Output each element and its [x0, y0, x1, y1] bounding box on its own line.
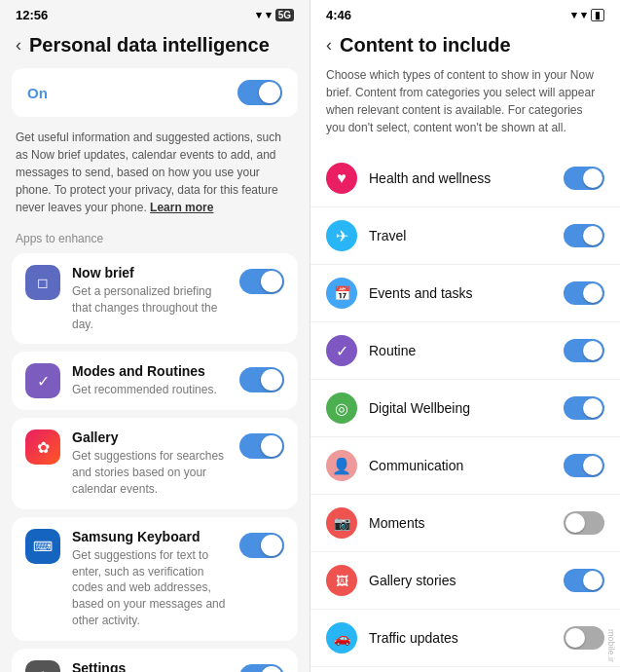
learn-more-link[interactable]: Learn more — [150, 201, 213, 214]
status-icons-right: ▾ ▾ ▮ — [571, 9, 604, 21]
main-toggle[interactable] — [237, 80, 282, 105]
app-item-keyboard: ⌨ Samsung Keyboard Get suggestions for t… — [12, 517, 298, 641]
right-panel: 4:46 ▾ ▾ ▮ ‹ Content to include Choose w… — [310, 0, 620, 672]
comm-toggle[interactable] — [564, 454, 604, 477]
right-page-title: Content to include — [340, 34, 511, 56]
now-brief-icon: ◻ — [25, 265, 60, 300]
wifi-icon-right: ▾ — [571, 9, 577, 21]
gallery-name: Gallery — [72, 429, 228, 445]
digital-icon: ◎ — [326, 392, 357, 424]
gallery-info: Gallery Get suggestions for searches and… — [72, 429, 228, 497]
now-brief-name: Now brief — [72, 265, 228, 280]
wifi-icon: ▾ — [256, 9, 262, 21]
now-brief-desc: Get a personalized briefing that changes… — [72, 283, 228, 332]
toggle-on-label: On — [27, 85, 48, 101]
content-list: ♥ Health and wellness ✈ Travel 📅 Events … — [310, 150, 620, 672]
traffic-label: Traffic updates — [369, 630, 552, 646]
back-button-right[interactable]: ‹ — [326, 35, 332, 56]
keyboard-desc: Get suggestions for text to enter, such … — [72, 547, 228, 629]
app-item-now-brief: ◻ Now brief Get a personalized briefing … — [12, 253, 298, 344]
settings-toggle[interactable] — [239, 664, 284, 672]
now-brief-info: Now brief Get a personalized briefing th… — [72, 265, 228, 332]
events-icon: 📅 — [326, 278, 357, 309]
content-item-travel: ✈ Travel — [310, 207, 620, 265]
main-toggle-row: On — [12, 68, 298, 117]
status-bar-right: 4:46 ▾ ▾ ▮ — [310, 0, 620, 26]
toggle-thumb — [259, 82, 280, 103]
app-item-settings: ⚙ Settings Get suggestions for features … — [12, 649, 298, 672]
events-toggle[interactable] — [564, 281, 604, 305]
keyboard-name: Samsung Keyboard — [72, 529, 228, 544]
keyboard-toggle[interactable] — [239, 533, 284, 558]
status-icons-left: ▾ ▾ 5G — [256, 9, 294, 21]
modes-toggle[interactable] — [239, 367, 284, 392]
gallery-toggle[interactable] — [239, 433, 284, 459]
content-item-events: 📅 Events and tasks — [310, 265, 620, 322]
keyboard-icon: ⌨ — [25, 529, 60, 564]
app-item-modes: ✓ Modes and Routines Get recommended rou… — [12, 352, 298, 410]
time-left: 12:56 — [16, 8, 48, 22]
health-label: Health and wellness — [369, 170, 552, 186]
content-item-traffic: 🚗 Traffic updates — [310, 610, 620, 667]
content-item-gallery-stories: 🖼 Gallery stories — [310, 552, 620, 610]
keyboard-info: Samsung Keyboard Get suggestions for tex… — [72, 529, 228, 629]
travel-icon: ✈ — [326, 220, 357, 251]
content-item-routine: ✓ Routine — [310, 322, 620, 380]
battery-icon: ▮ — [591, 9, 604, 21]
settings-info: Settings Get suggestions for features to… — [72, 660, 228, 672]
left-page-title: Personal data intelligence — [29, 34, 270, 56]
health-toggle[interactable] — [564, 167, 604, 190]
comm-icon: 👤 — [326, 450, 357, 481]
apps-section-label: Apps to enhance — [0, 228, 310, 253]
gallery-desc: Get suggestions for searches and stories… — [72, 448, 228, 497]
right-description: Choose which types of content to show in… — [310, 66, 620, 150]
now-brief-toggle[interactable] — [239, 269, 284, 294]
traffic-toggle[interactable] — [564, 626, 604, 650]
events-label: Events and tasks — [369, 285, 552, 301]
content-item-digital: ◎ Digital Wellbeing — [310, 380, 620, 437]
signal-icon: ▾ — [266, 9, 272, 21]
signal-icon-right: ▾ — [581, 9, 587, 21]
moments-toggle[interactable] — [564, 511, 604, 535]
moments-label: Moments — [369, 515, 552, 531]
modes-name: Modes and Routines — [72, 363, 228, 379]
app-item-gallery: ✿ Gallery Get suggestions for searches a… — [12, 418, 298, 508]
settings-name: Settings — [72, 660, 228, 672]
content-item-health: ♥ Health and wellness — [310, 150, 620, 207]
routine-label: Routine — [369, 343, 552, 358]
watermark: mobile.ir — [606, 629, 616, 662]
modes-icon: ✓ — [25, 363, 60, 398]
content-item-moments: 📷 Moments — [310, 495, 620, 552]
modes-info: Modes and Routines Get recommended routi… — [72, 363, 228, 398]
gallery-stories-label: Gallery stories — [369, 573, 552, 588]
right-header: ‹ Content to include — [310, 26, 620, 66]
network-badge: 5G — [275, 9, 294, 21]
routine-toggle[interactable] — [564, 339, 604, 362]
main-description: Get useful information and suggested act… — [0, 129, 310, 228]
gallery-stories-icon: 🖼 — [326, 565, 357, 596]
content-item-news: 📰 News — [310, 667, 620, 672]
comm-label: Communication — [369, 458, 552, 473]
traffic-icon: 🚗 — [326, 622, 357, 653]
travel-label: Travel — [369, 228, 552, 243]
moments-icon: 📷 — [326, 507, 357, 539]
status-bar-left: 12:56 ▾ ▾ 5G — [0, 0, 310, 26]
gallery-stories-toggle[interactable] — [564, 569, 604, 592]
app-list: ◻ Now brief Get a personalized briefing … — [0, 253, 310, 672]
digital-toggle[interactable] — [564, 396, 604, 420]
health-icon: ♥ — [326, 163, 357, 194]
left-header: ‹ Personal data intelligence — [0, 26, 310, 68]
digital-label: Digital Wellbeing — [369, 400, 552, 416]
modes-desc: Get recommended routines. — [72, 382, 228, 398]
routine-icon: ✓ — [326, 335, 357, 366]
left-panel: 12:56 ▾ ▾ 5G ‹ Personal data intelligenc… — [0, 0, 310, 672]
time-right: 4:46 — [326, 8, 351, 22]
gallery-icon: ✿ — [25, 429, 60, 465]
back-button-left[interactable]: ‹ — [16, 35, 21, 56]
travel-toggle[interactable] — [564, 224, 604, 247]
content-item-comm: 👤 Communication — [310, 437, 620, 495]
settings-icon: ⚙ — [25, 660, 60, 672]
